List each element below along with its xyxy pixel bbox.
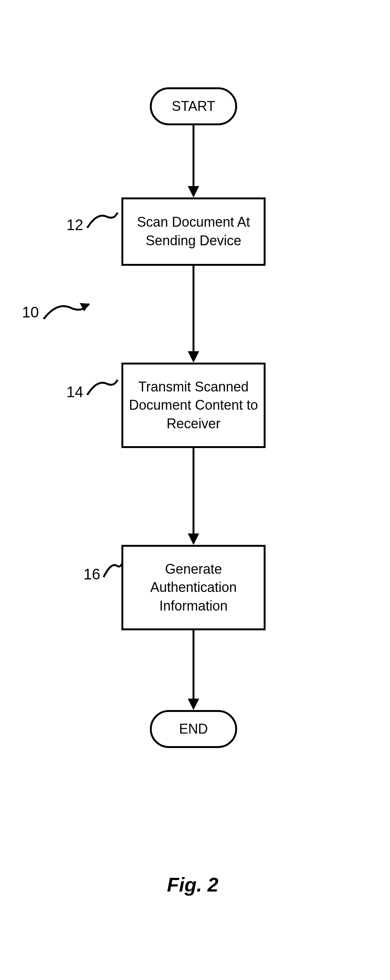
ref-12-curve [86, 211, 119, 230]
end-label: END [179, 721, 208, 737]
end-terminator: END [150, 710, 237, 748]
flowchart-container: START Scan Document At Sending Device Tr… [76, 88, 311, 748]
ref-14: 14 [67, 383, 84, 401]
ref-10-curve [42, 300, 91, 323]
figure-caption: Fig. 2 [167, 873, 219, 896]
start-label: START [172, 98, 216, 114]
svg-marker-1 [188, 186, 199, 197]
arrow-3 [76, 448, 311, 545]
svg-marker-7 [188, 698, 199, 710]
arrow-1 [76, 125, 311, 197]
arrow-2 [76, 266, 311, 363]
transmit-step: Transmit Scanned Document Content to Rec… [121, 363, 266, 448]
arrow-4 [76, 630, 311, 710]
ref-10: 10 [22, 304, 39, 321]
authenticate-step: Generate Authentication Information [121, 545, 266, 630]
authenticate-label: Generate Authentication Information [127, 560, 260, 616]
ref-12: 12 [67, 216, 84, 234]
scan-document-step: Scan Document At Sending Device [121, 197, 266, 266]
transmit-label: Transmit Scanned Document Content to Rec… [127, 378, 260, 433]
svg-marker-5 [188, 533, 199, 545]
ref-16: 16 [84, 566, 100, 583]
ref-14-curve [86, 378, 119, 397]
svg-marker-3 [188, 351, 199, 363]
ref-16-curve [101, 560, 124, 579]
scan-document-label: Scan Document At Sending Device [127, 213, 260, 250]
start-terminator: START [150, 88, 237, 125]
